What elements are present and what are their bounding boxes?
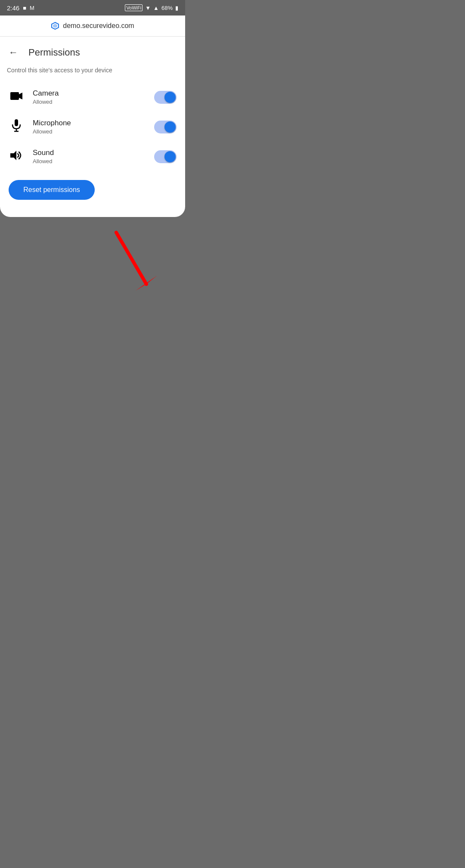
permission-item-microphone: Microphone Allowed: [0, 112, 185, 142]
permission-item-sound: Sound Allowed: [0, 142, 185, 171]
status-right: VoWiFi ▼ ▲ 68% ▮: [125, 4, 178, 11]
sound-icon: [9, 150, 24, 164]
status-icon-1: ■: [23, 5, 26, 11]
camera-toggle[interactable]: [154, 91, 177, 104]
arrow-overlay: [108, 228, 159, 299]
svg-rect-6: [15, 119, 18, 126]
permissions-header: ← Permissions: [0, 37, 185, 63]
microphone-toggle[interactable]: [154, 121, 177, 133]
sound-name: Sound: [33, 149, 146, 157]
camera-info: Camera Allowed: [33, 89, 146, 105]
sound-status: Allowed: [33, 158, 146, 164]
svg-marker-9: [10, 151, 16, 160]
microphone-info: Microphone Allowed: [33, 119, 146, 135]
status-left: 2:46 ■ M: [7, 4, 34, 12]
status-bar: 2:46 ■ M VoWiFi ▼ ▲ 68% ▮: [0, 0, 185, 16]
reset-permissions-button[interactable]: Reset permissions: [9, 180, 95, 200]
microphone-toggle-track: [154, 121, 177, 133]
vowifi-icon: VoWiFi: [125, 4, 143, 11]
sound-toggle-track: [154, 150, 177, 163]
url-bar: demo.securevideo.com: [0, 16, 185, 37]
microphone-status: Allowed: [33, 128, 146, 135]
sound-toggle-thumb: [164, 151, 176, 162]
signal-icon: ▲: [153, 5, 159, 11]
status-icon-2: M: [30, 5, 34, 11]
battery-icon: ▮: [175, 5, 178, 11]
microphone-name: Microphone: [33, 119, 146, 127]
permission-item-camera: Camera Allowed: [0, 82, 185, 112]
svg-marker-1: [136, 276, 157, 291]
camera-name: Camera: [33, 89, 146, 98]
camera-status: Allowed: [33, 99, 146, 105]
camera-toggle-thumb: [164, 92, 176, 103]
svg-rect-4: [10, 92, 19, 100]
url-text: demo.securevideo.com: [63, 22, 134, 30]
sound-info: Sound Allowed: [33, 149, 146, 164]
back-button[interactable]: ←: [7, 45, 20, 60]
wifi-icon: ▼: [145, 5, 151, 11]
site-favicon: [51, 22, 59, 30]
status-time: 2:46: [7, 4, 19, 12]
permissions-subtitle: Control this site's access to your devic…: [0, 63, 185, 82]
microphone-toggle-thumb: [164, 121, 176, 133]
red-arrow-icon: [108, 228, 159, 297]
camera-icon: [9, 91, 24, 104]
svg-line-0: [116, 232, 146, 284]
svg-marker-3: [53, 24, 57, 28]
sound-toggle[interactable]: [154, 150, 177, 163]
svg-marker-5: [19, 93, 22, 99]
microphone-icon: [9, 119, 24, 135]
permissions-modal: demo.securevideo.com ← Permissions Contr…: [0, 16, 185, 217]
battery-text: 68%: [161, 5, 173, 11]
reset-btn-container: Reset permissions: [0, 171, 185, 204]
page-title: Permissions: [28, 47, 80, 58]
camera-toggle-track: [154, 91, 177, 104]
